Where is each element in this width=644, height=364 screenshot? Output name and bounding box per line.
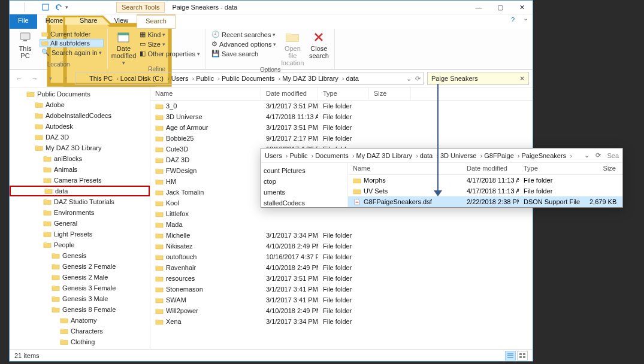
- tree-item[interactable]: Genesis 3 Male: [10, 293, 150, 304]
- tree-item[interactable]: AdobeInstalledCodecs: [10, 110, 150, 121]
- date-modified-button[interactable]: Date modified: [111, 30, 135, 66]
- list-item[interactable]: UV Sets4/17/2018 11:13 AMFile folder: [348, 186, 622, 196]
- breadcrumb-segment[interactable]: Public: [196, 75, 222, 82]
- column-header[interactable]: Name Date modified Type Size: [150, 87, 533, 101]
- nav-forward-button[interactable]: →: [29, 72, 41, 84]
- file-menu[interactable]: File: [10, 14, 37, 29]
- refresh-icon[interactable]: ⟳: [415, 75, 421, 83]
- tree-item[interactable]: Adobe: [10, 99, 150, 110]
- tree-item[interactable]: DAZ Studio Tutorials: [10, 196, 150, 207]
- this-pc-button[interactable]: This PC: [13, 30, 37, 59]
- help-icon[interactable]: ?: [507, 14, 518, 25]
- breadcrumb-segment[interactable]: Local Disk (C:): [120, 75, 171, 82]
- secondary-search-hint[interactable]: Sea: [607, 152, 619, 159]
- list-item[interactable]: Nikisatez4/10/2018 2:49 PMFile folder: [150, 241, 533, 251]
- tree-item[interactable]: DAZ 3D: [10, 132, 150, 142]
- breadcrumb-segment[interactable]: Users: [265, 152, 289, 159]
- list-item[interactable]: 3D Universe4/17/2018 11:13 AMFile folder: [150, 111, 533, 122]
- advanced-options-dropdown[interactable]: ⚙ Advanced options: [210, 40, 278, 48]
- current-folder-option[interactable]: Current folder: [40, 30, 104, 38]
- list-item[interactable]: Morphs4/17/2018 11:13 AMFile folder: [348, 175, 622, 186]
- qat-properties-icon[interactable]: [41, 2, 50, 12]
- recent-searches-dropdown[interactable]: 🕘 Recent searches: [210, 30, 278, 39]
- secondary-address-dropdown-icon[interactable]: ⌄: [584, 151, 589, 159]
- list-item[interactable]: SWAM3/1/2017 3:41 PMFile folder: [150, 295, 533, 305]
- list-item[interactable]: Age of Armour3/1/2017 3:51 PMFile folder: [150, 122, 533, 133]
- breadcrumb-segment[interactable]: PaigeSneakers: [522, 152, 574, 159]
- tree-item[interactable]: Animals: [10, 164, 150, 175]
- minimize-button[interactable]: —: [468, 1, 489, 14]
- tree-item[interactable]: Camera Presets: [10, 175, 150, 186]
- share-tab[interactable]: Share: [71, 14, 105, 29]
- tree-item[interactable]: Clothing: [10, 336, 150, 347]
- search-clear-icon[interactable]: ✕: [519, 75, 525, 83]
- save-search-button[interactable]: 💾 Save search: [210, 49, 278, 58]
- breadcrumb-segment[interactable]: Public Documents: [222, 75, 282, 82]
- list-item[interactable]: Ravenhair4/10/2018 2:49 PMFile folder: [150, 262, 533, 273]
- list-item[interactable]: Michelle3/1/2017 3:34 PMFile folder: [150, 230, 533, 241]
- breadcrumb-segment[interactable]: data: [346, 75, 362, 82]
- breadcrumb-segment[interactable]: This PC: [89, 75, 120, 82]
- tree-item[interactable]: People: [10, 239, 150, 250]
- breadcrumb-segment[interactable]: Users: [171, 75, 196, 82]
- nav-tree[interactable]: Public DocumentsAdobeAdobeInstalledCodec…: [10, 87, 150, 349]
- tree-item[interactable]: aniBlocks: [10, 153, 150, 164]
- tree-item[interactable]: stalledCodecs: [261, 198, 347, 208]
- view-tab[interactable]: View: [105, 14, 137, 29]
- nav-history-dropdown[interactable]: ▾: [44, 72, 56, 84]
- col-name[interactable]: Name: [150, 87, 261, 100]
- secondary-refresh-icon[interactable]: ⟳: [595, 151, 601, 159]
- address-bar[interactable]: This PCLocal Disk (C:)UsersPublicPublic …: [75, 72, 424, 85]
- qat-dropdown-icon[interactable]: ▾: [65, 4, 68, 10]
- secondary-nav-tree[interactable]: count PicturesctopumentsstalledCodecs: [261, 163, 348, 207]
- col-type[interactable]: Type: [318, 87, 369, 100]
- other-properties-dropdown[interactable]: ◧ Other properties: [138, 49, 201, 58]
- open-file-location-button[interactable]: Open file location: [280, 30, 304, 66]
- tree-item[interactable]: uments: [261, 187, 347, 198]
- size-dropdown[interactable]: ▭ Size: [138, 40, 201, 48]
- sub-col-date[interactable]: Date modified: [462, 163, 519, 174]
- tree-item[interactable]: Anatomy: [10, 315, 150, 326]
- sub-col-type[interactable]: Type: [519, 163, 585, 174]
- search-again-dropdown[interactable]: 🔍Search again in: [40, 48, 104, 57]
- secondary-address-bar[interactable]: UsersPublicDocumentsMy DAZ 3D Librarydat…: [261, 148, 622, 163]
- list-item[interactable]: Littlefox: [150, 208, 533, 219]
- tree-item[interactable]: Genesis 2 Female: [10, 261, 150, 272]
- list-item[interactable]: 3_03/1/2017 3:51 PMFile folder: [150, 101, 533, 111]
- tree-item[interactable]: Genesis: [10, 250, 150, 261]
- close-search-button[interactable]: Close search: [307, 30, 331, 59]
- icons-view-button[interactable]: [517, 351, 528, 360]
- col-size[interactable]: Size: [369, 87, 411, 100]
- list-item[interactable]: Mada: [150, 219, 533, 230]
- breadcrumb-segment[interactable]: G8FPaige: [484, 152, 521, 159]
- maximize-button[interactable]: ▢: [489, 1, 511, 14]
- tree-item[interactable]: count Pictures: [261, 165, 347, 176]
- tree-item[interactable]: Basic Wear: [10, 347, 150, 349]
- search-input[interactable]: Paige Sneakers ✕: [427, 72, 529, 85]
- list-item[interactable]: G8FPaigeSneakers.dsf2/22/2018 2:38 PMDSO…: [348, 196, 622, 207]
- tree-item[interactable]: Genesis 3 Female: [10, 283, 150, 293]
- search-tab[interactable]: Search: [137, 14, 176, 29]
- tree-item[interactable]: Genesis 2 Male: [10, 272, 150, 283]
- tree-item[interactable]: Genesis 8 Female: [10, 304, 150, 315]
- list-item[interactable]: Xena3/1/2017 3:34 PMFile folder: [150, 316, 533, 327]
- tree-item[interactable]: ctop: [261, 176, 347, 187]
- qat-new-folder-icon[interactable]: [28, 2, 37, 12]
- secondary-column-header[interactable]: Name Date modified Type Size: [348, 163, 622, 175]
- list-item[interactable]: outoftouch10/16/2017 4:37 PMFile folder: [150, 251, 533, 262]
- ribbon-collapse-icon[interactable]: ⌄: [523, 14, 533, 29]
- tree-item[interactable]: Characters: [10, 326, 150, 336]
- kind-dropdown[interactable]: ▦ Kind: [138, 30, 201, 39]
- breadcrumb-segment[interactable]: My DAZ 3D Library: [282, 75, 346, 82]
- breadcrumb-segment[interactable]: 3D Universe: [440, 152, 484, 159]
- list-item[interactable]: Will2power4/10/2018 2:49 PMFile folder: [150, 305, 533, 316]
- tree-item[interactable]: General: [10, 218, 150, 229]
- col-date-modified[interactable]: Date modified: [261, 87, 318, 100]
- tree-item[interactable]: Public Documents: [10, 89, 150, 99]
- breadcrumb-segment[interactable]: Public: [289, 152, 315, 159]
- address-dropdown-icon[interactable]: ⌄: [406, 75, 412, 83]
- tree-item[interactable]: Autodesk: [10, 121, 150, 132]
- tree-item[interactable]: Light Presets: [10, 229, 150, 239]
- list-item[interactable]: resources3/1/2017 3:51 PMFile folder: [150, 273, 533, 284]
- qat-undo-icon[interactable]: [54, 2, 64, 12]
